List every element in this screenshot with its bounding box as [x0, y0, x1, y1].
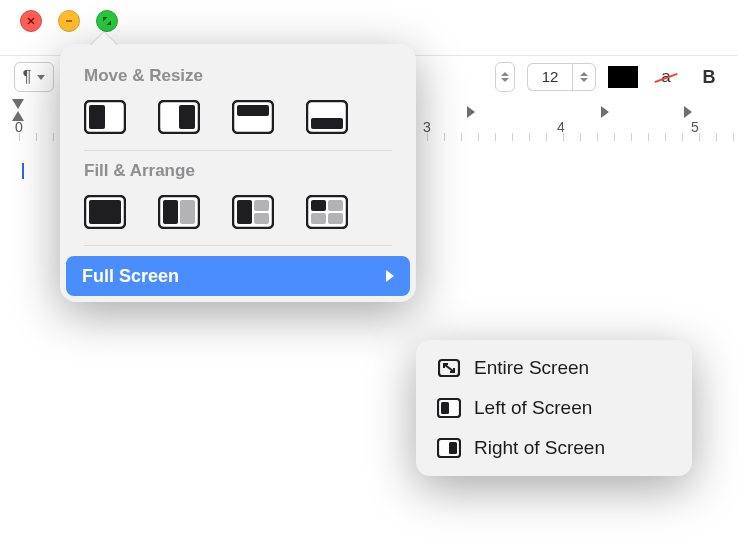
svg-rect-21: [254, 200, 269, 211]
arrange-left-right-button[interactable]: [158, 195, 200, 229]
strikethrough-button[interactable]: a: [650, 63, 682, 91]
arrange-quarters-button[interactable]: [306, 195, 348, 229]
svg-marker-5: [37, 75, 45, 80]
svg-rect-26: [311, 213, 326, 224]
svg-rect-11: [237, 105, 269, 116]
arrange-left-stack-button[interactable]: [232, 195, 274, 229]
font-family-selector[interactable]: [495, 62, 515, 92]
chevron-down-icon: [37, 73, 45, 81]
full-screen-label: Full Screen: [82, 266, 179, 287]
full-screen-submenu: Entire Screen Left of Screen Right of Sc…: [416, 340, 692, 476]
fill-arrange-row: [66, 191, 410, 243]
submenu-item-label: Left of Screen: [474, 397, 592, 419]
tile-left-button[interactable]: [84, 100, 126, 134]
svg-rect-13: [311, 118, 343, 129]
svg-rect-20: [237, 200, 252, 224]
divider: [84, 150, 392, 151]
section-header-fill-arrange: Fill & Arrange: [84, 161, 392, 181]
tab-stop-marker[interactable]: [684, 106, 692, 118]
window-minimize-button[interactable]: [58, 10, 80, 32]
tile-bottom-button[interactable]: [306, 100, 348, 134]
full-screen-menu-item[interactable]: Full Screen: [66, 256, 410, 296]
expand-icon: [436, 357, 462, 379]
tile-right-icon: [436, 437, 462, 459]
svg-marker-4: [107, 21, 112, 26]
font-size-selector[interactable]: 12: [527, 63, 596, 91]
paragraph-style-selector[interactable]: ¶: [14, 62, 54, 92]
section-header-move-resize: Move & Resize: [84, 66, 392, 86]
window-close-button[interactable]: [20, 10, 42, 32]
svg-rect-24: [311, 200, 326, 211]
divider: [84, 245, 392, 246]
tile-top-button[interactable]: [232, 100, 274, 134]
svg-rect-27: [328, 213, 343, 224]
tab-stop-marker[interactable]: [467, 106, 475, 118]
window-tiling-popover: Move & Resize Fill & Arrange Full Screen: [60, 44, 416, 302]
svg-rect-22: [254, 213, 269, 224]
svg-rect-33: [449, 442, 457, 454]
svg-rect-18: [180, 200, 195, 224]
right-of-screen-item[interactable]: Right of Screen: [422, 428, 686, 468]
svg-rect-9: [179, 105, 195, 129]
bold-button[interactable]: B: [694, 63, 724, 91]
pilcrow-icon: ¶: [23, 68, 32, 86]
left-of-screen-item[interactable]: Left of Screen: [422, 388, 686, 428]
svg-line-29: [445, 365, 453, 371]
chevron-right-icon: [386, 270, 394, 282]
font-size-value: 12: [527, 63, 572, 91]
ruler-number: 5: [691, 119, 699, 135]
tile-left-icon: [436, 397, 462, 419]
svg-rect-25: [328, 200, 343, 211]
svg-rect-17: [163, 200, 178, 224]
move-resize-row: [66, 96, 410, 148]
left-indent-marker[interactable]: [12, 111, 24, 121]
first-line-indent-marker[interactable]: [12, 99, 24, 109]
submenu-item-label: Right of Screen: [474, 437, 605, 459]
font-size-stepper[interactable]: [572, 63, 596, 91]
svg-rect-15: [89, 200, 121, 224]
svg-rect-7: [89, 105, 105, 129]
text-color-swatch[interactable]: [608, 66, 638, 88]
submenu-item-label: Entire Screen: [474, 357, 589, 379]
svg-rect-31: [441, 402, 449, 414]
window-zoom-button[interactable]: [96, 10, 118, 32]
entire-screen-item[interactable]: Entire Screen: [422, 348, 686, 388]
tab-stop-marker[interactable]: [601, 106, 609, 118]
tile-right-button[interactable]: [158, 100, 200, 134]
text-cursor: [22, 163, 24, 179]
svg-marker-3: [103, 17, 108, 22]
fill-screen-button[interactable]: [84, 195, 126, 229]
